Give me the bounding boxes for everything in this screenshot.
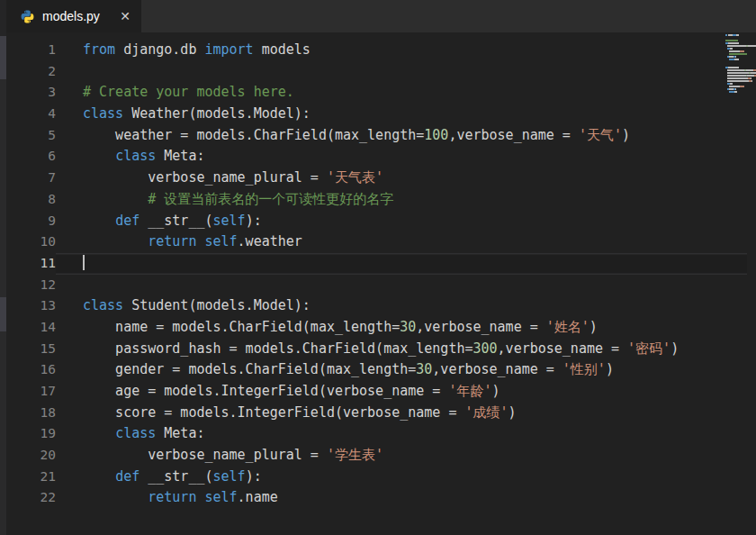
line-number[interactable]: 7: [6, 168, 56, 189]
minimap-line: [725, 56, 756, 58]
line-number[interactable]: 12: [6, 275, 56, 296]
line-number[interactable]: 13: [6, 295, 56, 317]
minimap-line: [725, 77, 756, 79]
code-line-content: gender = models.CharField(max_length=30,…: [56, 359, 747, 381]
line-number[interactable]: 20: [6, 445, 56, 467]
line-number[interactable]: 19: [6, 423, 56, 445]
code-line[interactable]: 16 gender = models.CharField(max_length=…: [6, 359, 756, 381]
line-number[interactable]: 3: [6, 82, 56, 104]
code-line[interactable]: 15 password_hash = models.CharField(max_…: [6, 339, 756, 360]
minimap-line: [725, 67, 756, 68]
code-line[interactable]: 20 verbose_name_plural = '学生表': [6, 445, 756, 467]
minimap-line: [725, 34, 756, 36]
code-line-content: [56, 253, 747, 275]
code-line-content: def __str__(self):: [56, 467, 747, 488]
minimap-line: [725, 88, 756, 90]
code-line[interactable]: 11: [6, 253, 756, 275]
code-line[interactable]: 22 return self.name: [6, 487, 756, 509]
code-line-content: name = models.CharField(max_length=30,ve…: [56, 317, 747, 339]
left-strip-segment: [0, 297, 6, 331]
code-line-content: return self.name: [56, 487, 747, 509]
code-line-content: score = models.IntegerField(verbose_name…: [56, 403, 747, 424]
minimap-line: [725, 37, 756, 39]
code-line[interactable]: 21 def __str__(self):: [6, 467, 756, 488]
minimap-line: [725, 53, 756, 55]
minimap-line: [725, 75, 756, 77]
minimap-line: [725, 91, 756, 93]
minimap-line: [725, 45, 756, 47]
code-line[interactable]: 7 verbose_name_plural = '天气表': [6, 168, 756, 189]
code-line[interactable]: 2: [6, 61, 756, 83]
code-line[interactable]: 8 # 设置当前表名的一个可读性更好的名字: [6, 189, 756, 211]
line-number[interactable]: 15: [6, 339, 56, 360]
left-strip-segment: [0, 36, 6, 79]
code-line[interactable]: 18 score = models.IntegerField(verbose_n…: [6, 403, 756, 424]
code-line-content: class Student(models.Model):: [56, 295, 747, 317]
code-line[interactable]: 5 weather = models.CharField(max_length=…: [6, 125, 756, 147]
code-line-content: def __str__(self):: [56, 211, 747, 232]
text-cursor: [83, 255, 85, 270]
code-line-content: from django.db import models: [56, 40, 747, 61]
python-icon: [20, 9, 35, 24]
line-number[interactable]: 5: [6, 125, 56, 147]
minimap-line: [725, 86, 756, 87]
code-line-content: class Meta:: [56, 423, 747, 445]
line-number[interactable]: 6: [6, 146, 56, 168]
code-line-content: # 设置当前表名的一个可读性更好的名字: [56, 189, 747, 211]
line-number[interactable]: 17: [6, 381, 56, 403]
code-area[interactable]: 1from django.db import models23# Create …: [6, 32, 756, 535]
code-line-content: class Weather(models.Model):: [56, 104, 747, 125]
line-number[interactable]: 14: [6, 317, 56, 339]
tab-title: models.py: [42, 9, 111, 23]
code-line[interactable]: 3# Create your models here.: [6, 82, 756, 104]
left-strip-top: [0, 0, 6, 36]
minimap-line: [725, 48, 756, 50]
line-number[interactable]: 21: [6, 467, 56, 488]
minimap-line: [725, 50, 756, 52]
close-icon[interactable]: ✕: [118, 8, 132, 24]
code-line[interactable]: 9 def __str__(self):: [6, 211, 756, 232]
minimap-line: [725, 80, 756, 82]
editor-tab-bar: models.py ✕: [6, 0, 756, 32]
minimap-line: [725, 40, 756, 41]
left-edge-panel-sliver: [0, 0, 6, 535]
line-number[interactable]: 11: [6, 253, 56, 275]
line-number[interactable]: 22: [6, 487, 56, 509]
code-line[interactable]: 19 class Meta:: [6, 423, 756, 445]
minimap-line: [725, 59, 756, 60]
code-line-content: [56, 275, 747, 296]
line-number[interactable]: 4: [6, 104, 56, 125]
minimap-line: [725, 42, 756, 44]
code-line[interactable]: 12: [6, 275, 756, 296]
line-number[interactable]: 16: [6, 359, 56, 381]
line-number[interactable]: 8: [6, 189, 56, 211]
line-number[interactable]: 1: [6, 40, 56, 61]
code-line[interactable]: 10 return self.weather: [6, 231, 756, 253]
code-line-content: weather = models.CharField(max_length=10…: [56, 125, 747, 147]
line-number[interactable]: 18: [6, 403, 56, 424]
line-number[interactable]: 10: [6, 231, 56, 253]
code-line[interactable]: 17 age = models.IntegerField(verbose_nam…: [6, 381, 756, 403]
code-line-content: age = models.IntegerField(verbose_name =…: [56, 381, 747, 403]
code-line[interactable]: 6 class Meta:: [6, 146, 756, 168]
code-editor-window: models.py ✕ 1from django.db import model…: [0, 0, 756, 535]
minimap-line: [725, 64, 756, 66]
code-line-content: class Meta:: [56, 146, 747, 168]
code-line[interactable]: 4class Weather(models.Model):: [6, 104, 756, 125]
minimap-line: [725, 61, 756, 63]
code-line-content: password_hash = models.CharField(max_len…: [56, 339, 747, 360]
code-line[interactable]: 1from django.db import models: [6, 40, 756, 61]
tab-models-py[interactable]: models.py ✕: [6, 0, 141, 32]
code-line-content: verbose_name_plural = '学生表': [56, 445, 747, 467]
minimap[interactable]: [725, 34, 756, 97]
line-number[interactable]: 2: [6, 61, 56, 83]
minimap-line: [725, 83, 756, 85]
code-line-content: [56, 61, 747, 83]
code-line-content: # Create your models here.: [56, 82, 747, 104]
code-line[interactable]: 13class Student(models.Model):: [6, 295, 756, 317]
code-line-content: verbose_name_plural = '天气表': [56, 168, 747, 189]
line-number[interactable]: 9: [6, 211, 56, 232]
minimap-line: [725, 69, 756, 71]
code-line[interactable]: 14 name = models.CharField(max_length=30…: [6, 317, 756, 339]
code-line-content: return self.weather: [56, 231, 747, 253]
